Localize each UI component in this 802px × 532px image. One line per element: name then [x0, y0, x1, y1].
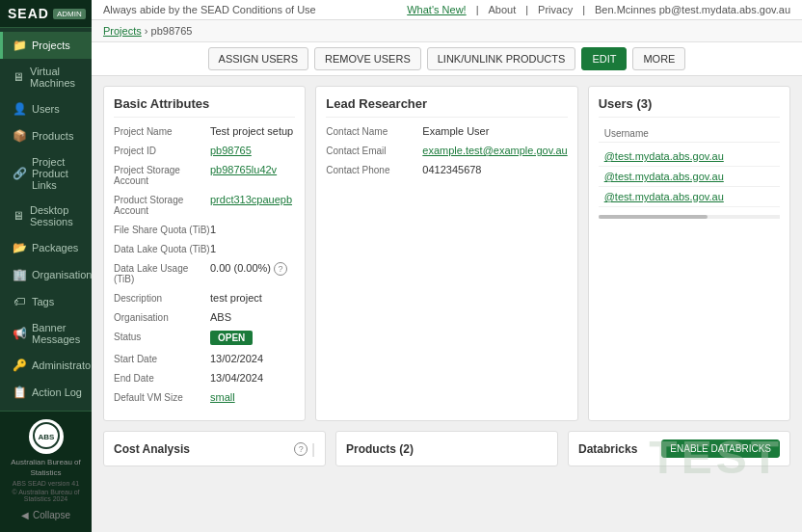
- data-lake-quota-label: Data Lake Quota (TiB): [114, 243, 210, 254]
- link-unlink-button[interactable]: LINK/UNLINK PRODUCTS: [427, 47, 576, 70]
- cost-analysis-title: Cost Analysis: [114, 442, 190, 456]
- sidebar-item-label: Desktop Sessions: [30, 204, 82, 227]
- breadcrumb-projects-link[interactable]: Projects: [103, 25, 142, 37]
- basic-attributes-panel: Basic Attributes Project Name Test proje…: [103, 86, 306, 421]
- breadcrumb-separator: ›: [145, 25, 151, 37]
- username-header: Username: [599, 125, 780, 143]
- bottom-panels: Cost Analysis ? | Products (2) Databrick…: [103, 431, 790, 466]
- project-id-link[interactable]: pb98765: [210, 145, 252, 156]
- project-storage-link[interactable]: pb98765lu42v: [210, 164, 277, 175]
- abs-logo-area: ABS Australian Bureau of Statistics ABS …: [8, 419, 84, 502]
- data-lake-quota-value: 1: [210, 243, 295, 254]
- file-share-label: File Share Quota (TiB): [114, 224, 210, 235]
- project-id-label: Project ID: [114, 145, 210, 156]
- project-name-label: Project Name: [114, 125, 210, 137]
- project-storage-label: Project Storage Account: [114, 164, 210, 186]
- sidebar-item-products[interactable]: 📦 Products: [0, 122, 92, 149]
- sidebar-item-packages[interactable]: 📂 Packages: [0, 234, 92, 261]
- status-badge: OPEN: [210, 331, 253, 345]
- packages-icon: 📂: [13, 241, 26, 254]
- enable-databricks-button[interactable]: ENABLE DATABRICKS: [661, 439, 780, 458]
- sidebar-item-label: Products: [32, 130, 73, 142]
- divider-icon: |: [311, 441, 315, 457]
- lead-researcher-panel: Lead Researcher Contact Name Example Use…: [315, 86, 577, 421]
- vm-icon: 🖥: [13, 70, 24, 84]
- users-panel-title: Users (3): [599, 96, 780, 118]
- users-scrollbar[interactable]: [599, 215, 780, 219]
- sidebar: SEAD ADMIN 📁 Projects 🖥 Virtual Machines…: [0, 0, 92, 532]
- contact-email-row: Contact Email example.test@example.gov.a…: [326, 145, 567, 156]
- contact-phone-value: 0412345678: [422, 164, 567, 175]
- collapse-label: Collapse: [33, 510, 70, 520]
- breadcrumb-current: pb98765: [151, 25, 193, 37]
- product-storage-link[interactable]: prdct313cpauepb: [210, 194, 292, 205]
- default-vm-link[interactable]: small: [210, 391, 235, 403]
- sidebar-item-project-product-links[interactable]: 🔗 Project Product Links: [0, 149, 92, 198]
- end-date-row: End Date 13/04/2024: [114, 372, 295, 384]
- top-bar-separator2: |: [525, 4, 528, 15]
- cost-analysis-icons: ? |: [294, 441, 315, 457]
- contact-name-label: Contact Name: [326, 125, 422, 137]
- user-link-0[interactable]: @test.mydata.abs.gov.au: [599, 146, 780, 167]
- organisation-label: Organisation: [114, 311, 210, 323]
- contact-phone-row: Contact Phone 0412345678: [326, 164, 567, 175]
- sidebar-item-label: Users: [32, 103, 60, 115]
- default-vm-label: Default VM Size: [114, 391, 210, 403]
- sidebar-item-label: Administrators: [32, 359, 92, 371]
- sidebar-nav: 📁 Projects 🖥 Virtual Machines 👤 Users 📦 …: [0, 28, 92, 411]
- more-button[interactable]: MORE: [632, 47, 685, 70]
- sidebar-item-administrators[interactable]: 🔑 Administrators: [0, 352, 92, 379]
- about-link[interactable]: About: [489, 4, 517, 15]
- lead-researcher-title: Lead Researcher: [326, 96, 567, 118]
- contact-email-label: Contact Email: [326, 145, 422, 156]
- sidebar-item-tags[interactable]: 🏷 Tags: [0, 288, 92, 315]
- data-lake-help-icon[interactable]: ?: [274, 262, 287, 276]
- abs-version-text: ABS SEAD version 41: [8, 480, 84, 487]
- admin-badge: ADMIN: [53, 9, 86, 19]
- cost-analysis-panel: Cost Analysis ? |: [103, 431, 326, 466]
- products-panel: Products (2): [335, 431, 558, 466]
- log-icon: 📋: [13, 386, 26, 399]
- user-link-2[interactable]: @test.mydata.abs.gov.au: [599, 187, 780, 207]
- description-value: test project: [210, 292, 295, 304]
- whats-new-link[interactable]: What's New!: [407, 4, 466, 15]
- contact-phone-label: Contact Phone: [326, 164, 422, 175]
- abs-name-text: Australian Bureau of Statistics: [8, 458, 84, 478]
- privacy-link[interactable]: Privacy: [538, 4, 573, 15]
- sidebar-item-banner-messages[interactable]: 📢 Banner Messages: [0, 315, 92, 352]
- file-share-row: File Share Quota (TiB) 1: [114, 224, 295, 235]
- sidebar-item-users[interactable]: 👤 Users: [0, 95, 92, 122]
- product-storage-label: Product Storage Account: [114, 194, 210, 216]
- collapse-button[interactable]: ◀ Collapse: [8, 506, 84, 524]
- data-lake-quota-row: Data Lake Quota (TiB) 1: [114, 243, 295, 254]
- start-date-row: Start Date 13/02/2024: [114, 353, 295, 364]
- sidebar-item-label: Banner Messages: [32, 322, 82, 345]
- contact-email-link[interactable]: example.test@example.gov.au: [422, 145, 567, 156]
- cost-analysis-help-icon[interactable]: ?: [294, 442, 307, 456]
- assign-users-button[interactable]: ASSIGN USERS: [208, 47, 309, 70]
- sead-logo: SEAD: [8, 6, 49, 21]
- edit-button[interactable]: EDIT: [581, 47, 627, 70]
- links-icon: 🔗: [13, 167, 26, 180]
- project-name-row: Project Name Test project setup: [114, 125, 295, 137]
- sidebar-item-desktop-sessions[interactable]: 🖥 Desktop Sessions: [0, 198, 92, 234]
- users-icon: 👤: [13, 102, 26, 116]
- user-link-1[interactable]: @test.mydata.abs.gov.au: [599, 167, 780, 187]
- action-bar: ASSIGN USERS REMOVE USERS LINK/UNLINK PR…: [92, 42, 802, 76]
- databricks-panel: Databricks ENABLE DATABRICKS: [568, 431, 790, 466]
- sidebar-footer: ABS Australian Bureau of Statistics ABS …: [0, 411, 92, 532]
- sidebar-item-label: Tags: [32, 296, 54, 307]
- top-bar: Always abide by the SEAD Conditions of U…: [92, 0, 802, 20]
- start-date-label: Start Date: [114, 353, 210, 364]
- remove-users-button[interactable]: REMOVE USERS: [314, 47, 421, 70]
- abs-copyright-text: © Australian Bureau of Statistics 2024: [8, 489, 84, 502]
- sidebar-item-label: Organisations: [32, 269, 92, 280]
- sidebar-item-projects[interactable]: 📁 Projects: [0, 32, 92, 59]
- sidebar-item-label: Projects: [32, 40, 70, 51]
- tags-icon: 🏷: [13, 295, 26, 308]
- sidebar-item-virtual-machines[interactable]: 🖥 Virtual Machines: [0, 59, 92, 95]
- sidebar-item-organisations[interactable]: 🏢 Organisations: [0, 261, 92, 288]
- sidebar-item-action-log[interactable]: 📋 Action Log: [0, 379, 92, 406]
- sidebar-item-label: Packages: [32, 242, 78, 253]
- users-panel: Users (3) Username @test.mydata.abs.gov.…: [588, 86, 790, 421]
